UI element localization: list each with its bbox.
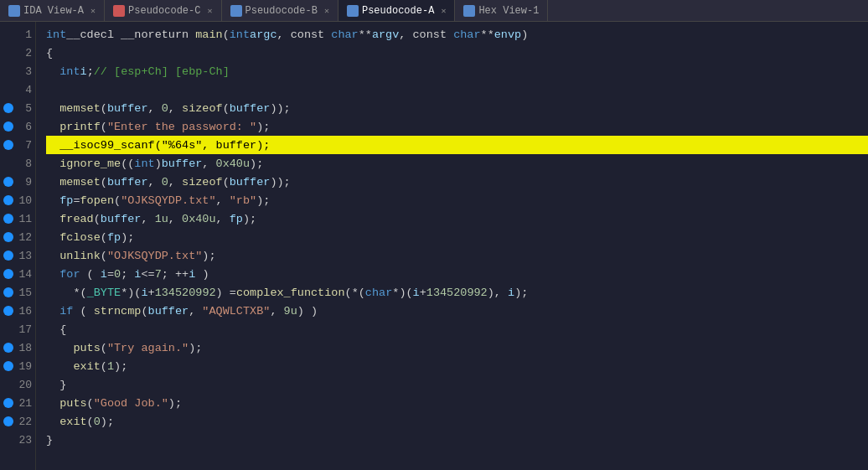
breakpoint-10[interactable] <box>3 195 13 205</box>
code-line-14: for ( i = 0; i <= 7; ++i ) <box>46 265 868 283</box>
line-number-22: 22 <box>15 416 32 428</box>
code-line-23: } <box>46 431 868 449</box>
breakpoint-14[interactable] <box>3 269 13 279</box>
line-num-row-6: 6 <box>0 117 35 136</box>
code-line-8: ignore_me((int)buffer, 0x40u); <box>46 154 868 173</box>
line-number-7: 7 <box>15 139 32 152</box>
code-line-19: exit(1); <box>46 357 868 375</box>
code-line-22: exit(0); <box>46 412 868 431</box>
code-line-10: fp = fopen("OJKSQYDP.txt", "rb"); <box>46 191 868 209</box>
line-number-3: 3 <box>15 65 32 78</box>
code-line-12: fclose(fp); <box>46 228 868 246</box>
breakpoint-7[interactable] <box>3 140 13 150</box>
tab-label-ida-view-a: IDA View-A <box>23 5 84 17</box>
line-num-row-22: 22 <box>0 412 35 431</box>
code-line-20: } <box>46 375 868 394</box>
line-num-row-3: 3 <box>0 62 35 80</box>
code-line-7: __isoc99_scanf("%64s", buffer); <box>46 136 868 154</box>
tab-bar: IDA View-A✕Pseudocode-C✕Pseudocode-B✕Pse… <box>0 0 868 22</box>
line-number-20: 20 <box>15 379 32 391</box>
tab-icon-pseudocode-b <box>230 5 242 17</box>
code-line-3: int i; // [esp+Ch] [ebp-Ch] <box>46 62 868 80</box>
breakpoint-13[interactable] <box>3 250 13 261</box>
code-line-17: { <box>46 320 868 338</box>
tab-pseudocode-b[interactable]: Pseudocode-B✕ <box>222 0 338 21</box>
line-num-row-23: 23 <box>0 431 35 449</box>
line-num-row-11: 11 <box>0 209 35 228</box>
line-number-1: 1 <box>15 28 32 41</box>
code-line-1: int __cdecl __noreturn main(int argc, co… <box>46 25 868 44</box>
tab-hex-view-1[interactable]: Hex View-1 <box>455 0 548 21</box>
code-line-21: puts("Good Job."); <box>46 394 868 412</box>
breakpoint-5[interactable] <box>3 103 13 113</box>
line-number-2: 2 <box>15 47 32 59</box>
line-number-11: 11 <box>15 213 32 225</box>
breakpoint-21[interactable] <box>3 398 13 408</box>
breakpoint-6[interactable] <box>3 121 13 132</box>
line-number-15: 15 <box>15 287 32 299</box>
tab-label-pseudocode-b: Pseudocode-B <box>245 5 318 17</box>
breakpoint-19[interactable] <box>3 361 13 371</box>
line-number-10: 10 <box>15 194 32 207</box>
line-number-13: 13 <box>15 250 32 262</box>
breakpoint-18[interactable] <box>3 343 13 353</box>
tab-label-pseudocode-c: Pseudocode-C <box>128 5 200 17</box>
line-num-row-16: 16 <box>0 302 35 320</box>
line-num-row-2: 2 <box>0 44 35 62</box>
line-number-21: 21 <box>15 397 32 410</box>
line-num-row-15: 15 <box>0 283 35 302</box>
tab-pseudocode-a[interactable]: Pseudocode-A✕ <box>338 0 455 21</box>
code-lines: int __cdecl __noreturn main(int argc, co… <box>36 22 868 470</box>
tab-icon-ida-view-a <box>8 5 20 17</box>
line-num-row-17: 17 <box>0 320 35 338</box>
line-num-row-9: 9 <box>0 173 35 191</box>
line-num-row-13: 13 <box>0 246 35 265</box>
line-num-row-7: 7 <box>0 136 35 154</box>
line-num-row-12: 12 <box>0 228 35 246</box>
line-num-row-19: 19 <box>0 357 35 375</box>
breakpoint-16[interactable] <box>3 306 13 316</box>
code-line-18: puts("Try again."); <box>46 338 868 357</box>
line-number-6: 6 <box>15 121 32 133</box>
line-num-row-4: 4 <box>0 80 35 99</box>
line-num-row-21: 21 <box>0 394 35 412</box>
tab-label-hex-view-1: Hex View-1 <box>478 5 539 17</box>
code-area: 1234567891011121314151617181920212223 in… <box>0 22 868 470</box>
line-num-row-8: 8 <box>0 154 35 173</box>
code-line-13: unlink("OJKSQYDP.txt"); <box>46 246 868 265</box>
line-number-12: 12 <box>15 231 32 244</box>
tab-close-ida-view-a[interactable]: ✕ <box>90 6 96 16</box>
breakpoint-9[interactable] <box>3 177 13 187</box>
line-num-row-10: 10 <box>0 191 35 209</box>
code-line-2: { <box>46 44 868 62</box>
tab-ida-view-a[interactable]: IDA View-A✕ <box>0 0 105 21</box>
line-number-19: 19 <box>15 360 32 373</box>
tab-close-pseudocode-b[interactable]: ✕ <box>324 6 329 16</box>
breakpoint-22[interactable] <box>3 416 13 426</box>
code-line-4 <box>46 80 868 99</box>
tab-close-pseudocode-c[interactable]: ✕ <box>207 6 212 16</box>
code-line-6: printf("Enter the password: "); <box>46 117 868 136</box>
line-number-18: 18 <box>15 342 32 354</box>
line-num-row-18: 18 <box>0 338 35 357</box>
line-num-row-5: 5 <box>0 99 35 117</box>
breakpoint-11[interactable] <box>3 214 13 224</box>
line-numbers: 1234567891011121314151617181920212223 <box>0 22 36 470</box>
code-line-15: *(_BYTE *)(i + 134520992) = complex_func… <box>46 283 868 302</box>
code-line-16: if ( strncmp(buffer, "AQWLCTXB", 9u) ) <box>46 302 868 320</box>
tab-close-pseudocode-a[interactable]: ✕ <box>441 6 446 16</box>
line-number-16: 16 <box>15 305 32 318</box>
line-num-row-20: 20 <box>0 375 35 394</box>
line-number-5: 5 <box>15 102 32 115</box>
line-number-8: 8 <box>15 158 32 170</box>
tab-icon-pseudocode-a <box>347 5 359 17</box>
breakpoint-15[interactable] <box>3 287 13 297</box>
breakpoint-12[interactable] <box>3 232 13 242</box>
code-line-5: memset(buffer, 0, sizeof(buffer)); <box>46 99 868 117</box>
line-num-row-1: 1 <box>0 25 35 44</box>
tab-pseudocode-c[interactable]: Pseudocode-C✕ <box>105 0 221 21</box>
code-line-9: memset(buffer, 0, sizeof(buffer)); <box>46 173 868 191</box>
line-number-17: 17 <box>15 323 32 336</box>
line-number-23: 23 <box>15 434 32 447</box>
code-line-11: fread(buffer, 1u, 0x40u, fp); <box>46 209 868 228</box>
